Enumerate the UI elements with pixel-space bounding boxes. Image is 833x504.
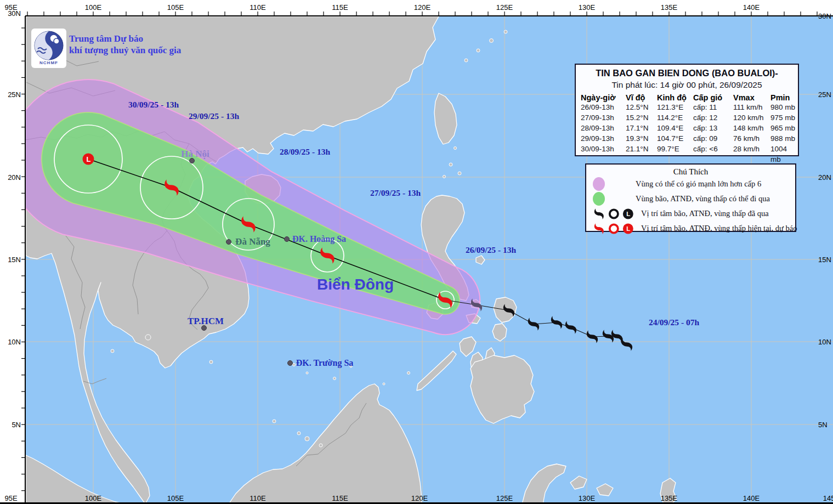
table-cell: 15.2°N xyxy=(626,112,657,123)
longitude-label: 120E xyxy=(414,3,431,12)
longitude-label: 105E xyxy=(167,494,184,502)
table-cell: cấp: <6 xyxy=(693,144,733,165)
latitude-label: 25N xyxy=(818,90,831,99)
table-cell: 99.7°E xyxy=(657,144,693,165)
small-island xyxy=(111,349,114,353)
legend-panel: Chú Thích Vùng có thể có gió mạnh lớn hơ… xyxy=(585,163,796,232)
table-cell: 17.1°N xyxy=(626,123,657,133)
table-cell: 28/09-13h xyxy=(581,123,626,133)
longitude-label: 105E xyxy=(167,3,184,12)
latitude-label: 15N xyxy=(818,256,831,264)
table-row: 29/09-13h19.3°N104.7°Ecấp: 0976 km/h988 … xyxy=(576,133,798,144)
longitude-label: 110E xyxy=(250,494,266,502)
longitude-label: 125E xyxy=(496,3,513,12)
small-island xyxy=(449,163,452,166)
track-date-label: 30/09/25 - 13h xyxy=(128,100,179,109)
typhoon-icon xyxy=(593,207,605,220)
table-cell: 120 km/h xyxy=(733,112,770,123)
circle-icon xyxy=(608,222,620,235)
column-header: Vmax xyxy=(733,93,770,102)
legend-item-label: Vị trí tâm bão, ATNĐ, vùng thấp đã qua xyxy=(641,209,769,218)
org-name-line2: khí tượng thuỷ văn quốc gia xyxy=(69,44,181,56)
bulletin-issued-time: Tin phát lúc: 14 giờ 00 phút, 26/09/2025 xyxy=(576,80,798,90)
latitude-label: 30N xyxy=(8,9,21,18)
track-date-label: 24/09/25 - 07h xyxy=(649,318,700,327)
table-cell: cấp: 13 xyxy=(693,123,733,133)
low-pressure-icon: L xyxy=(622,207,634,220)
table-row: 30/09-13h21.1°N99.7°Ecấp: <628 km/h1004 … xyxy=(576,144,798,154)
small-island xyxy=(273,420,276,423)
legend-item: LVị trí tâm bão, ATNĐ, vùng thấp đã qua xyxy=(586,206,795,221)
table-cell: 29/09-13h xyxy=(581,133,626,144)
table-cell: 1004 mb xyxy=(770,144,798,165)
column-header: Pmin xyxy=(770,93,798,102)
longitude-label: 100E xyxy=(85,3,102,12)
table-cell: 988 mb xyxy=(770,133,798,144)
small-island xyxy=(319,444,322,447)
svg-text:L: L xyxy=(627,225,631,232)
small-island xyxy=(407,372,410,375)
longitude-label: 130E xyxy=(579,494,596,502)
table-cell: 104.7°E xyxy=(657,133,693,144)
longitude-label: 140E xyxy=(743,3,760,12)
table-cell: 28 km/h xyxy=(733,144,770,165)
table-cell: 26/09-13h xyxy=(581,102,626,112)
table-cell: cấp: 09 xyxy=(693,133,733,144)
longitude-label: 140E xyxy=(743,494,760,502)
small-island xyxy=(477,49,480,52)
legend-title: Chú Thích xyxy=(586,167,795,177)
latitude-label: 30N xyxy=(818,12,831,20)
legend-item-label: Vị trí tâm bão, ATNĐ, vùng thấp hiện tại… xyxy=(641,224,797,233)
bulletin-title: TIN BAO GAN BIEN DONG (BAO BUALOI)- xyxy=(576,68,798,78)
low-pressure-icon: L xyxy=(622,222,634,235)
latitude-label: 5N xyxy=(818,421,828,429)
sea-name-label: Biển Đông xyxy=(317,276,394,293)
small-island xyxy=(306,372,308,374)
legend-item: LVị trí tâm bão, ATNĐ, vùng thấp hiện tạ… xyxy=(586,221,795,236)
low-pressure-letter: L xyxy=(87,155,91,163)
circle-icon xyxy=(608,207,620,220)
small-island xyxy=(383,383,385,385)
track-date-label: 28/09/25 - 13h xyxy=(280,147,331,156)
city-dot xyxy=(288,361,293,366)
small-island xyxy=(464,59,468,62)
small-island xyxy=(454,147,457,150)
table-cell: 12.5°N xyxy=(626,102,657,112)
latitude-label: 20N xyxy=(818,173,831,182)
legend-item: Vùng có thể có gió mạnh lớn hơn cấp 6 xyxy=(586,177,795,191)
storm-bulletin-panel: TIN BAO GAN BIEN DONG (BAO BUALOI)- Tin … xyxy=(575,64,799,156)
purple-area-swatch xyxy=(593,177,605,191)
small-island xyxy=(145,335,151,340)
table-cell: 21.1°N xyxy=(626,144,657,165)
city-label: Đà Nẵng xyxy=(235,236,270,247)
green-area-swatch xyxy=(593,192,605,206)
small-island xyxy=(333,377,336,380)
latitude-label: 20N xyxy=(8,173,21,182)
longitude-label: 95E xyxy=(4,494,17,502)
city-label: Hà Nội xyxy=(181,149,209,159)
table-row: 28/09-13h17.1°N109.4°Ecấp: 13148 km/h965… xyxy=(576,123,798,133)
column-header: Kinh độ xyxy=(657,93,693,102)
table-cell: 980 mb xyxy=(770,102,798,112)
longitude-label: 120E xyxy=(411,494,428,502)
small-island xyxy=(458,172,461,175)
forecast-table-body: 26/09-13h12.5°N121.3°Ecấp: 11111 km/h980… xyxy=(576,102,798,154)
legend-item: Vùng bão, ATNĐ, vùng thấp có thể đi qua xyxy=(586,191,795,206)
org-name-line1: Trung tâm Dự báo xyxy=(69,33,181,44)
city-dot xyxy=(285,237,290,242)
table-cell: cấp: 11 xyxy=(693,102,733,112)
longitude-label: 135E xyxy=(661,494,678,502)
table-row: 26/09-13h12.5°N121.3°Ecấp: 11111 km/h980… xyxy=(576,102,798,112)
legend-item-label: Vùng bão, ATNĐ, vùng thấp có thể đi qua xyxy=(636,194,770,203)
svg-text:L: L xyxy=(627,211,631,217)
table-cell: 109.4°E xyxy=(657,123,693,133)
table-cell: 965 mb xyxy=(770,123,798,133)
latitude-label: 15N xyxy=(8,256,21,264)
column-header: Ngày-giờ xyxy=(581,93,626,102)
longitude-label: 125E xyxy=(496,494,513,502)
table-cell: 148 km/h xyxy=(733,123,770,133)
table-row: 27/09-13h15.2°N114.2°Ecấp: 12120 km/h975… xyxy=(576,112,798,123)
table-cell: 27/09-13h xyxy=(581,112,626,123)
latitude-label: 10N xyxy=(8,338,21,346)
city-dot xyxy=(226,240,231,245)
